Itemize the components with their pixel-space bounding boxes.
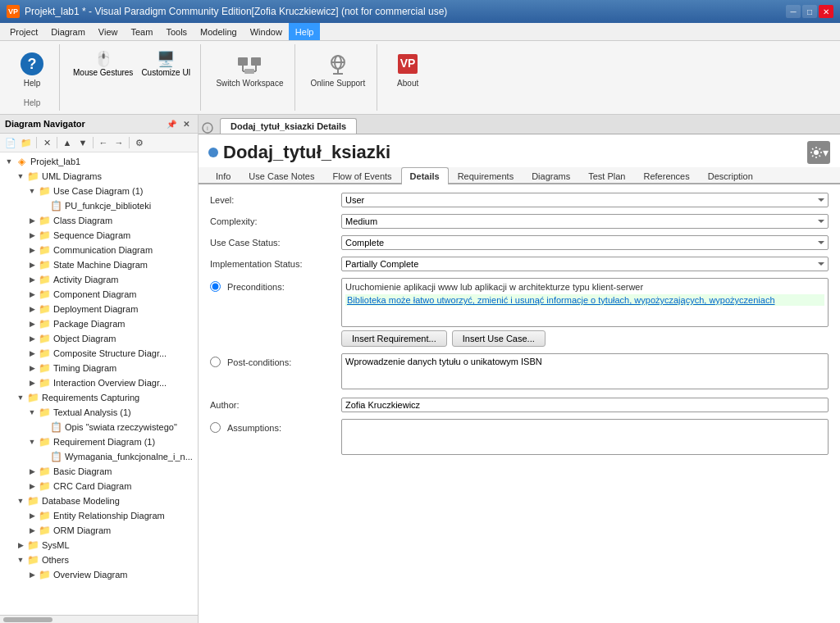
toggle-component[interactable]: ▶ bbox=[26, 289, 38, 300]
postconditions-textarea[interactable]: Wprowadzenie danych tytułu o unikatowym … bbox=[341, 353, 829, 389]
tree-item-object[interactable]: ▶ 📁 Object Diagram bbox=[0, 331, 198, 346]
sub-tab-info[interactable]: Info bbox=[207, 167, 240, 184]
menu-tools[interactable]: Tools bbox=[159, 23, 194, 40]
menu-help[interactable]: Help bbox=[289, 23, 321, 40]
switch-workspace-button[interactable]: Switch Workspace bbox=[211, 48, 288, 91]
toggle-usecase[interactable]: ▼ bbox=[26, 185, 38, 197]
nav-back-button[interactable]: ← bbox=[96, 135, 111, 150]
sub-tab-diagrams[interactable]: Diagrams bbox=[523, 167, 579, 184]
tree-item-uml[interactable]: ▼ 📁 UML Diagrams bbox=[0, 169, 198, 184]
postconditions-radio[interactable] bbox=[210, 357, 221, 367]
menu-diagram[interactable]: Diagram bbox=[44, 23, 92, 40]
toggle-communication[interactable]: ▶ bbox=[26, 244, 38, 256]
tree-item-timing[interactable]: ▶ 📁 Timing Diagram bbox=[0, 361, 198, 375]
sub-tab-flow[interactable]: Flow of Events bbox=[323, 167, 400, 184]
menu-view[interactable]: View bbox=[92, 23, 125, 40]
toggle-class[interactable]: ▶ bbox=[26, 215, 38, 226]
nav-down-button[interactable]: ▼ bbox=[75, 135, 90, 150]
about-button[interactable]: VP About bbox=[387, 48, 428, 91]
sub-tab-notes[interactable]: Use Case Notes bbox=[240, 167, 323, 184]
toggle-composite[interactable]: ▶ bbox=[26, 348, 38, 359]
tree-item-composite[interactable]: ▶ 📁 Composite Structure Diagr... bbox=[0, 346, 198, 361]
tree-item-basic[interactable]: ▶ 📁 Basic Diagram bbox=[0, 464, 198, 479]
nav-new-button[interactable]: 📄 bbox=[3, 135, 18, 150]
toggle-object[interactable]: ▶ bbox=[26, 333, 38, 344]
assumptions-textarea[interactable] bbox=[341, 419, 829, 455]
tree-item-usecase[interactable]: ▼ 📁 Use Case Diagram (1) bbox=[0, 184, 198, 198]
tree-item-overview[interactable]: ▶ 📁 Overview Diagram bbox=[0, 567, 198, 582]
tree-item-textual[interactable]: ▼ 📁 Textual Analysis (1) bbox=[0, 405, 198, 420]
toggle-database[interactable]: ▼ bbox=[15, 495, 26, 507]
toggle-deployment[interactable]: ▶ bbox=[26, 303, 38, 315]
nav-folder-button[interactable]: 📁 bbox=[19, 135, 34, 150]
tree-item-requirements[interactable]: ▼ 📁 Requirements Capturing bbox=[0, 390, 198, 405]
online-support-button[interactable]: Online Support bbox=[305, 48, 370, 91]
toggle-projekt[interactable]: ▼ bbox=[3, 156, 15, 167]
toggle-reqdiagram[interactable]: ▼ bbox=[26, 436, 38, 448]
minimize-button[interactable]: ─ bbox=[786, 5, 801, 18]
nav-forward-button[interactable]: → bbox=[112, 135, 126, 150]
tree-item-statemachine[interactable]: ▶ 📁 State Machine Diagram bbox=[0, 257, 198, 272]
toggle-package[interactable]: ▶ bbox=[26, 318, 38, 330]
tree-item-orm[interactable]: ▶ 📁 ORM Diagram bbox=[0, 523, 198, 538]
tree-item-communication[interactable]: ▶ 📁 Communication Diagram bbox=[0, 243, 198, 257]
tree-item-others[interactable]: ▼ 📁 Others bbox=[0, 553, 198, 567]
insert-requirement-button[interactable]: Insert Requirement... bbox=[341, 330, 447, 347]
tree-item-package[interactable]: ▶ 📁 Package Diagram bbox=[0, 316, 198, 331]
tree-item-sequence[interactable]: ▶ 📁 Sequence Diagram bbox=[0, 228, 198, 243]
sub-tab-references[interactable]: References bbox=[634, 167, 698, 184]
nav-up-button[interactable]: ▲ bbox=[60, 135, 75, 150]
navigator-close-button[interactable]: ✕ bbox=[180, 117, 193, 130]
menu-window[interactable]: Window bbox=[244, 23, 289, 40]
tree-item-database[interactable]: ▼ 📁 Database Modeling bbox=[0, 493, 198, 508]
author-input[interactable] bbox=[341, 398, 829, 412]
tree-item-crc[interactable]: ▶ 📁 CRC Card Diagram bbox=[0, 479, 198, 493]
sub-tab-description[interactable]: Description bbox=[699, 167, 762, 184]
complexity-select[interactable]: Low Medium High bbox=[341, 214, 829, 229]
toggle-uml[interactable]: ▼ bbox=[15, 171, 26, 182]
preconditions-link[interactable]: Biblioteka może łatwo utworzyć, zmienić … bbox=[345, 294, 824, 306]
tree-item-activity[interactable]: ▶ 📁 Activity Diagram bbox=[0, 272, 198, 287]
navigator-scrollbar[interactable] bbox=[0, 615, 198, 623]
scrollbar-thumb[interactable] bbox=[3, 617, 52, 622]
tree-item-erd[interactable]: ▶ 📁 Entity Relationship Diagram bbox=[0, 508, 198, 523]
sub-tab-requirements[interactable]: Requirements bbox=[449, 167, 523, 184]
toggle-overview[interactable]: ▶ bbox=[26, 569, 38, 580]
tree-item-pu[interactable]: ▶ 📋 PU_funkcje_biblioteki bbox=[0, 198, 198, 213]
toggle-interaction[interactable]: ▶ bbox=[26, 377, 38, 389]
toggle-timing[interactable]: ▶ bbox=[26, 362, 38, 374]
toggle-others[interactable]: ▼ bbox=[15, 554, 26, 566]
menu-modeling[interactable]: Modeling bbox=[194, 23, 244, 40]
insert-usecase-button[interactable]: Insert Use Case... bbox=[452, 330, 546, 347]
tab-details[interactable]: Dodaj_tytuł_ksiazki Details bbox=[220, 118, 357, 134]
toggle-statemachine[interactable]: ▶ bbox=[26, 259, 38, 271]
tree-item-component[interactable]: ▶ 📁 Component Diagram bbox=[0, 287, 198, 302]
nav-delete-button[interactable]: ✕ bbox=[39, 135, 54, 150]
usecase-status-select[interactable]: Proposed Approved Validated Complete bbox=[341, 235, 829, 250]
help-button[interactable]: ? Help bbox=[11, 48, 52, 91]
assumptions-radio[interactable] bbox=[210, 422, 221, 433]
tree-item-projekt[interactable]: ▼ ◈ Projekt_lab1 bbox=[0, 154, 198, 169]
menu-team[interactable]: Team bbox=[124, 23, 159, 40]
menu-project[interactable]: Project bbox=[3, 23, 44, 40]
settings-button[interactable]: ▾ bbox=[807, 141, 830, 164]
mouse-gestures-button[interactable]: 🖱️ Mouse Gestures bbox=[70, 48, 136, 80]
tree-item-wymagania[interactable]: ▶ 📋 Wymagania_funkcjonalne_i_n... bbox=[0, 449, 198, 464]
preconditions-radio[interactable] bbox=[210, 281, 221, 292]
tree-item-sysml[interactable]: ▶ 📁 SysML bbox=[0, 538, 198, 553]
maximize-button[interactable]: □ bbox=[802, 5, 817, 18]
tree-item-deployment[interactable]: ▶ 📁 Deployment Diagram bbox=[0, 302, 198, 316]
toggle-textual[interactable]: ▼ bbox=[26, 407, 38, 418]
close-button[interactable]: ✕ bbox=[819, 5, 833, 18]
customize-ui-button[interactable]: 🖥️ Customize UI bbox=[138, 48, 194, 80]
impl-status-select[interactable]: Not Applicable Not Started In Progress P… bbox=[341, 257, 829, 271]
toggle-activity[interactable]: ▶ bbox=[26, 274, 38, 285]
toggle-sysml[interactable]: ▶ bbox=[15, 539, 26, 551]
tree-item-reqdiagram[interactable]: ▼ 📁 Requirement Diagram (1) bbox=[0, 434, 198, 449]
navigator-pin-button[interactable]: 📌 bbox=[165, 117, 178, 130]
sub-tab-details[interactable]: Details bbox=[401, 167, 449, 184]
toggle-requirements[interactable]: ▼ bbox=[15, 392, 26, 403]
tree-item-swiata[interactable]: ▶ 📋 Opis "swiata rzeczywistego" bbox=[0, 420, 198, 434]
nav-settings-button[interactable]: ⚙ bbox=[132, 135, 147, 150]
toggle-basic[interactable]: ▶ bbox=[26, 466, 38, 477]
